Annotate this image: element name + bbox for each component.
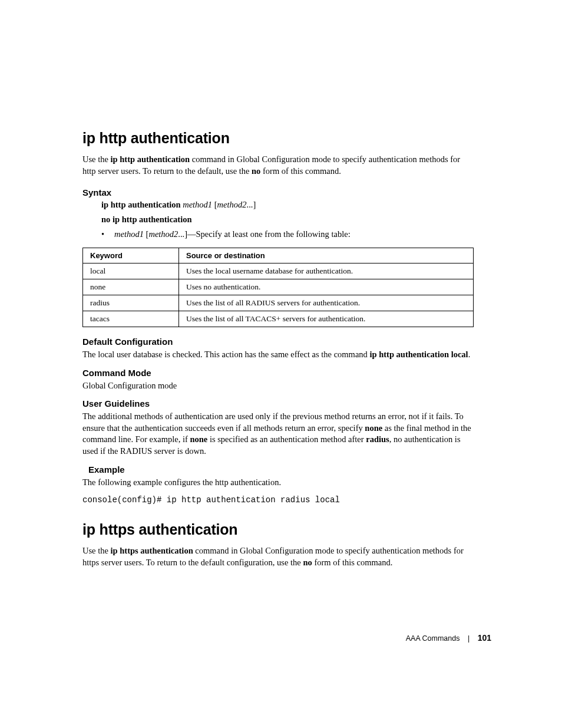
section-title-1: ip http authentication — [82, 130, 474, 147]
text-bold: no — [252, 166, 260, 176]
cell: Uses the list of all TACACS+ servers for… — [179, 311, 474, 327]
table-row: radiusUses the list of all RADIUS server… — [83, 295, 474, 311]
syntax-line-2: no ip http authentication — [101, 215, 474, 225]
page-number: 101 — [478, 633, 491, 643]
table-row: noneUses no authentication. — [83, 279, 474, 295]
syntax-heading: Syntax — [82, 187, 474, 197]
console-output: console(config)# ip http authentication … — [82, 495, 474, 505]
command-name: ip https authentication — [111, 546, 193, 555]
syntax-cmd: ip http authentication — [101, 200, 181, 209]
table-body: localUses the local username database fo… — [83, 263, 474, 327]
example-text: The following example configures the htt… — [82, 477, 474, 489]
cell: Uses no authentication. — [179, 279, 474, 295]
text: form of this command. — [260, 166, 341, 176]
text-bold: none — [190, 434, 207, 444]
text: form of this command. — [312, 558, 393, 567]
cell: Uses the list of all RADIUS servers for … — [179, 295, 474, 311]
bullet-item: • method1 [method2...]—Specify at least … — [101, 229, 474, 239]
page-footer: AAA Commands | 101 — [406, 633, 491, 643]
table-row: localUses the local username database fo… — [83, 263, 474, 279]
text-bold: none — [365, 423, 382, 433]
default-config-text: The local user database is checked. This… — [82, 349, 474, 361]
command-name: ip http authentication — [111, 154, 190, 164]
cell: local — [83, 263, 179, 279]
text: is specified as an authentication method… — [207, 434, 366, 444]
text-bold: radius — [366, 434, 389, 444]
command-mode-heading: Command Mode — [82, 368, 474, 378]
bullet-dot: • — [101, 229, 114, 239]
keyword-table: Keyword Source or destination localUses … — [82, 248, 474, 327]
cell: tacacs — [83, 311, 179, 327]
cell: Uses the local username database for aut… — [179, 263, 474, 279]
col-header-source: Source or destination — [179, 248, 474, 263]
text: ...]—Specify at least one from the follo… — [178, 229, 350, 239]
arg: method1 — [114, 229, 146, 239]
section-title-2: ip https authentication — [82, 521, 474, 538]
example-heading: Example — [88, 465, 474, 475]
command-mode-text: Global Configuration mode — [82, 380, 474, 392]
chapter-name: AAA Commands — [406, 634, 460, 643]
arg: method2 — [148, 229, 178, 239]
user-guidelines-text: The additional methods of authentication… — [82, 411, 474, 457]
syntax-arg: method1 — [181, 200, 214, 209]
text: ...] — [247, 200, 256, 209]
bullet-text: method1 [method2...]—Specify at least on… — [114, 229, 351, 239]
table-row: tacacsUses the list of all TACACS+ serve… — [83, 311, 474, 327]
cell: radius — [83, 295, 179, 311]
syntax-arg: method2 — [217, 200, 247, 209]
document-page: ip http authentication Use the ip http a… — [0, 0, 562, 568]
footer-separator: | — [468, 634, 470, 643]
col-header-keyword: Keyword — [83, 248, 179, 263]
text: . — [468, 350, 471, 359]
text: Use the — [82, 154, 111, 164]
text-bold: ip http authentication local — [369, 350, 468, 359]
intro-paragraph-1: Use the ip http authentication command i… — [82, 154, 474, 177]
syntax-line-1: ip http authentication method1 [method2.… — [101, 200, 474, 210]
table-header-row: Keyword Source or destination — [83, 248, 474, 263]
text: Use the — [82, 546, 111, 555]
text-bold: no — [303, 558, 312, 567]
default-config-heading: Default Configuration — [82, 337, 474, 347]
text: The local user database is checked. This… — [82, 350, 369, 359]
intro-paragraph-2: Use the ip https authentication command … — [82, 545, 474, 568]
user-guidelines-heading: User Guidelines — [82, 398, 474, 409]
cell: none — [83, 279, 179, 295]
